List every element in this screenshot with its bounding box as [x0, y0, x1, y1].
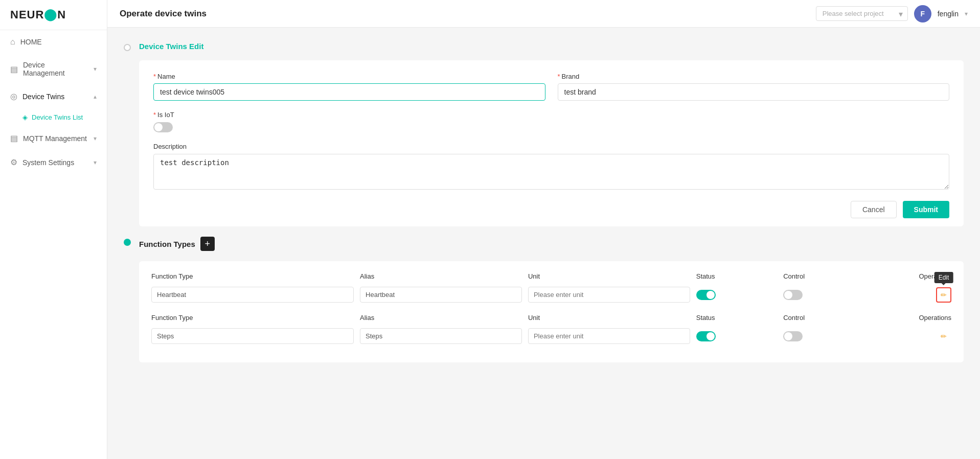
- sidebar-item-home-label: HOME: [20, 38, 42, 46]
- page-title: Operate device twins: [120, 9, 207, 19]
- function-types-card: Function Type Alias Unit Status Control …: [139, 261, 964, 362]
- content: Device Twins Edit *Name *Brand: [107, 28, 980, 459]
- ft-row1-type-input[interactable]: [151, 287, 354, 303]
- main: Operate device twins Please select proje…: [107, 0, 980, 459]
- settings-icon: ⚙: [10, 157, 17, 167]
- sidebar-item-home[interactable]: ⌂ HOME: [0, 30, 107, 54]
- sidebar: NEUR⬤N ⌂ HOME ▤ Device Management ▾ ◎ De…: [0, 0, 107, 459]
- device-management-icon: ▤: [10, 64, 18, 74]
- ft-row1-status-toggle[interactable]: [696, 290, 716, 300]
- ft-col-alias-header-1: Alias: [360, 272, 374, 280]
- topbar-right: Please select project F fenglin ▾: [816, 5, 968, 22]
- username[interactable]: fenglin: [938, 10, 959, 18]
- add-function-type-button[interactable]: +: [200, 237, 215, 251]
- sidebar-item-device-twins-list-label: Device Twins List: [32, 113, 83, 121]
- sidebar-item-device-twins-list[interactable]: ◈ Device Twins List: [0, 108, 107, 126]
- user-chevron-icon: ▾: [965, 10, 968, 17]
- topbar: Operate device twins Please select proje…: [107, 0, 980, 28]
- mqtt-icon: ▤: [10, 133, 18, 143]
- is-iot-toggle[interactable]: [153, 122, 173, 132]
- sidebar-item-device-management[interactable]: ▤ Device Management ▾: [0, 54, 107, 84]
- list-icon: ◈: [22, 113, 28, 121]
- ft-col-ops-header-2: Operations: [919, 314, 951, 322]
- name-brand-row: *Name *Brand: [153, 73, 949, 101]
- logo: NEUR⬤N: [0, 0, 107, 30]
- sidebar-item-system-settings-label: System Settings: [22, 158, 74, 167]
- ft-row2-status-toggle[interactable]: [696, 331, 716, 341]
- ft-row2-unit-input[interactable]: [528, 328, 690, 344]
- ft-row1-edit-button[interactable]: Edit ✏: [936, 287, 951, 303]
- function-types-title: Function Types: [139, 240, 195, 248]
- home-icon: ⌂: [10, 37, 15, 47]
- ft-row1-unit-input[interactable]: [528, 287, 690, 303]
- edit-section-title: Device Twins Edit: [139, 42, 203, 51]
- function-types-header: Function Types +: [139, 237, 964, 251]
- ft-col-type-header-1: Function Type: [151, 272, 193, 280]
- ft-row2-ops-cell: ✏: [871, 329, 951, 344]
- brand-input[interactable]: [558, 83, 950, 101]
- cancel-button[interactable]: Cancel: [851, 201, 897, 218]
- ft-col-status-header-1: Status: [696, 272, 715, 280]
- avatar: F: [914, 5, 931, 22]
- step-dot-ft: [124, 239, 131, 246]
- function-types-body: Function Types + Function Type Alias Uni…: [139, 237, 964, 362]
- ft-row2-alias-input[interactable]: [360, 328, 522, 344]
- name-group: *Name: [153, 73, 545, 101]
- logo-dot: ⬤: [44, 8, 57, 21]
- chevron-down-icon: ▾: [94, 135, 97, 142]
- device-twins-icon: ◎: [10, 91, 17, 101]
- brand-label: *Brand: [558, 73, 950, 80]
- name-input[interactable]: [153, 83, 545, 101]
- name-label: *Name: [153, 73, 545, 80]
- ft-row2-edit-button[interactable]: ✏: [936, 329, 951, 344]
- sidebar-item-device-twins[interactable]: ◎ Device Twins ▴: [0, 84, 107, 108]
- logo-text: NEUR⬤N: [10, 8, 66, 21]
- ft-col-alias-header-2: Alias: [360, 314, 374, 322]
- edit-section-title-row: Device Twins Edit: [139, 42, 964, 51]
- table-row: ✏: [151, 328, 951, 344]
- form-actions: Cancel Submit: [153, 201, 949, 218]
- ft-col-type-header-2: Function Type: [151, 314, 193, 322]
- ft-col-control-header-1: Control: [783, 272, 805, 280]
- ft-col-unit-header-2: Unit: [528, 314, 540, 322]
- sidebar-item-mqtt-management[interactable]: ▤ MQTT Management ▾: [0, 126, 107, 150]
- ft-col-status-header-2: Status: [696, 314, 715, 322]
- table-row: Edit ✏: [151, 287, 951, 303]
- chevron-down-icon: ▾: [94, 65, 97, 73]
- is-iot-label: *Is IoT: [153, 111, 174, 119]
- ft-col-ops-header-1: Operations: [919, 272, 951, 280]
- step-indicator: [124, 42, 131, 51]
- sidebar-item-system-settings[interactable]: ⚙ System Settings ▾: [0, 150, 107, 174]
- ft-row1-alias-input[interactable]: [360, 287, 522, 303]
- sidebar-item-device-twins-label: Device Twins: [22, 93, 64, 101]
- submit-button[interactable]: Submit: [903, 201, 949, 218]
- ft-header-row-2: Function Type Alias Unit Status Control …: [151, 313, 951, 324]
- is-iot-group: *Is IoT: [153, 110, 949, 132]
- sidebar-item-mqtt-management-label: MQTT Management: [23, 134, 87, 143]
- sidebar-item-device-management-label: Device Management: [23, 61, 88, 77]
- edit-section-wrapper: Device Twins Edit *Name *Brand: [124, 42, 964, 226]
- project-select-wrap[interactable]: Please select project: [816, 6, 908, 21]
- ft-row2-control-toggle[interactable]: [783, 331, 803, 341]
- brand-group: *Brand: [558, 73, 950, 101]
- ft-row1-ops-cell: Edit ✏: [871, 287, 951, 303]
- ft-header-row-1: Function Type Alias Unit Status Control …: [151, 271, 951, 283]
- chevron-up-icon: ▴: [94, 93, 97, 100]
- description-group: Description: [153, 142, 949, 192]
- function-types-section-wrapper: Function Types + Function Type Alias Uni…: [124, 237, 964, 362]
- project-select[interactable]: Please select project: [816, 6, 908, 21]
- edit-section-body: Device Twins Edit *Name *Brand: [139, 42, 964, 226]
- chevron-down-icon: ▾: [94, 159, 97, 166]
- ft-col-unit-header-1: Unit: [528, 272, 540, 280]
- description-label: Description: [153, 143, 187, 150]
- ft-row1-control-toggle[interactable]: [783, 290, 803, 300]
- step-indicator-ft: [124, 237, 131, 246]
- step-dot-edit: [124, 44, 131, 51]
- description-textarea[interactable]: [153, 154, 949, 190]
- ft-row2-type-input[interactable]: [151, 328, 354, 344]
- ft-col-control-header-2: Control: [783, 314, 805, 322]
- edit-form-card: *Name *Brand *Is IoT: [139, 60, 964, 226]
